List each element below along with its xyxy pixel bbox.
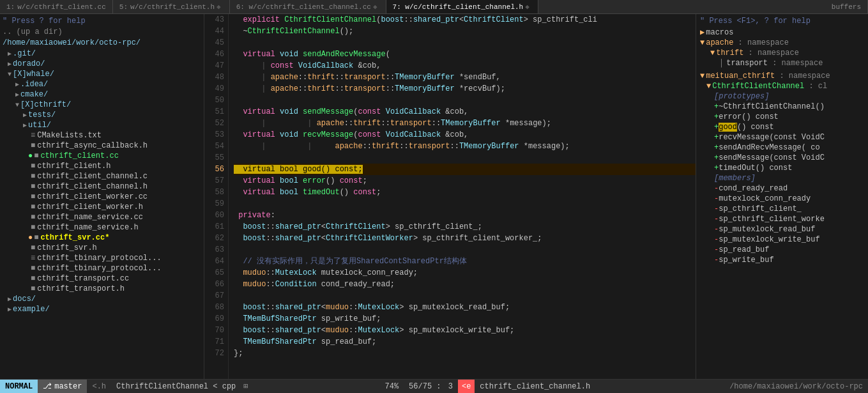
tree-file-cmakelists[interactable]: ≡ CMakeLists.txt	[0, 130, 204, 141]
file-icon-h: ■	[31, 264, 35, 273]
panel-destructor[interactable]: + ~CthriftClientChannel()	[696, 102, 868, 112]
code-line-69: TMemBufSharedPtr sp_write_buf;	[234, 313, 696, 325]
tree-dir-util[interactable]: ▶ util/	[0, 120, 204, 130]
tree-dir-idea[interactable]: ▶ .idea/	[0, 79, 204, 89]
tab-buffers[interactable]: buffers	[825, 0, 868, 13]
tree-file-channel-h[interactable]: ■ cthrift_client_channel.h	[0, 181, 204, 192]
code-line-47: | const VoidCallback &cob,	[234, 60, 696, 72]
active-dot: ●	[28, 151, 33, 160]
code-line-53: virtual void recvMessage(const VoidCallb…	[234, 129, 696, 141]
tree-dir-cmake[interactable]: ▶ cmake/	[0, 89, 204, 100]
tree-file-client-h[interactable]: ■ cthrift_client.h	[0, 161, 204, 171]
tree-file-svr-cc[interactable]: ● ■ cthrift_svr.cc*	[0, 233, 204, 243]
code-line-55	[234, 152, 696, 164]
code-line-70: boost::shared_ptr<muduo::MutexLock> sp_m…	[234, 325, 696, 336]
status-mode: NORMAL	[0, 380, 38, 393]
tab-1[interactable]: 1: w/c/cthrift_client.cc	[0, 0, 113, 13]
panel-transport-ns[interactable]: │ transport : namespace	[696, 58, 868, 68]
panel-timedout-fn[interactable]: + timedOut() const	[696, 163, 868, 173]
tree-dir-cthrift[interactable]: ▼ [X]cthrift/	[0, 100, 204, 110]
main-area: " Press ? for help .. (up a dir) /home/m…	[0, 14, 868, 379]
tree-file-channel-cc[interactable]: ■ cthrift_client_channel.c	[0, 171, 204, 181]
code-line-45	[234, 37, 696, 49]
file-icon-h: ■	[31, 223, 35, 232]
file-icon-c: ■	[31, 172, 35, 181]
tree-root-path: /home/maxiaowei/work/octo-rpc/	[0, 37, 204, 49]
panel-cond-ready[interactable]: - cond_ready_read	[696, 183, 868, 194]
tree-file-nameservice-h[interactable]: ■ cthrift_name_service.h	[0, 222, 204, 233]
tree-dir-git[interactable]: ▶ .git/	[0, 49, 204, 59]
status-position: 56/75 : 3	[404, 382, 458, 391]
code-line-56: virtual bool good() const;	[234, 164, 696, 175]
panel-sp-mutexlock-write[interactable]: - sp_mutexlock_write_buf	[696, 235, 868, 245]
line-numbers: 43 44 45 46 47 48 49 50 51 52 53 54 55 5…	[204, 14, 229, 379]
tab-4[interactable]: 7: w/c/cthrift_client_channel.h ◆	[386, 0, 538, 13]
code-lines: explicit CthriftClientChannel(boost::sha…	[229, 14, 696, 379]
code-line-43: explicit CthriftClientChannel(boost::sha…	[234, 14, 696, 26]
status-branch: ⎇ master	[38, 380, 87, 393]
tree-file-tbinary-h[interactable]: ■ cthrift_tbinary_protocol...	[0, 263, 204, 274]
file-icon-h: ■	[31, 243, 35, 252]
panel-thrift-ns[interactable]: ▼ thrift : namespace	[696, 48, 868, 58]
code-content: 43 44 45 46 47 48 49 50 51 52 53 54 55 5…	[204, 14, 696, 379]
code-line-64: // 没有实际作用，只是为了复用SharedContSharedPtr结构体	[234, 256, 696, 267]
tree-file-transport-h[interactable]: ■ cthrift_transport.h	[0, 284, 204, 294]
tree-file-worker-h[interactable]: ■ cthrift_client_worker.h	[0, 202, 204, 212]
code-line-61: boost::shared_ptr<CthriftClient> sp_cthr…	[234, 221, 696, 233]
tree-file-nameservice-cc[interactable]: ■ cthrift_name_service.cc	[0, 212, 204, 222]
panel-sp-write-buf[interactable]: - sp_write_buf	[696, 255, 868, 265]
tree-dir-tests[interactable]: ▶ tests/	[0, 110, 204, 120]
code-line-68: boost::shared_ptr<muduo::MutexLock> sp_m…	[234, 302, 696, 313]
file-tree[interactable]: " Press ? for help .. (up a dir) /home/m…	[0, 14, 204, 379]
tree-up[interactable]: .. (up a dir)	[0, 27, 204, 37]
tree-file-transport-cc[interactable]: ■ cthrift_transport.cc	[0, 274, 204, 284]
panel-class-channel[interactable]: ▼ CthriftClientChannel : cl	[696, 81, 868, 91]
code-editor[interactable]: 43 44 45 46 47 48 49 50 51 52 53 54 55 5…	[204, 14, 696, 379]
status-filetype: <.h	[87, 382, 111, 391]
code-line-49: | apache::thrift::transport::TMemoryBuff…	[234, 83, 696, 95]
footer-path: /home/maxiaowei/work/octo-rpc	[724, 382, 868, 391]
tree-dir-whale[interactable]: ▼ [X]whale/	[0, 69, 204, 79]
panel-recvmessage-fn[interactable]: + recvMessage(const VoidC	[696, 132, 868, 143]
panel-macros[interactable]: ▶ macros	[696, 27, 868, 38]
file-icon-txt: ≡	[31, 131, 35, 140]
code-line-71: TMemBufSharedPtr sp_read_buf;	[234, 336, 696, 348]
panel-sp-client-worker[interactable]: - sp_cthrift_client_worke	[696, 214, 868, 224]
tab-2[interactable]: 5: w/c/cthrift_client.h ◆	[113, 0, 230, 13]
panel-good-fn[interactable]: + good () const	[696, 122, 868, 132]
code-line-54: | | apache::thrift::transport::TMemoryBu…	[234, 141, 696, 152]
file-icon-c: ■	[31, 192, 35, 201]
code-line-44: ~CthriftClientChannel();	[234, 26, 696, 37]
panel-sp-mutexlock-read[interactable]: - sp_mutexlock_read_buf	[696, 224, 868, 235]
status-indicator: ⊞	[241, 381, 250, 391]
tree-file-worker-cc[interactable]: ■ cthrift_client_worker.cc	[0, 192, 204, 202]
panel-apache-ns[interactable]: ▼ apache : namespace	[696, 38, 868, 48]
panel-sendmessage-fn[interactable]: + sendMessage(const VoidC	[696, 153, 868, 163]
tab-3[interactable]: 6: w/c/cthrift_client_channel.cc ◆	[230, 0, 386, 13]
panel-sendandrecv-fn[interactable]: + sendAndRecvMessage( co	[696, 143, 868, 153]
tree-dir-dorado[interactable]: ▶ dorado/	[0, 59, 204, 69]
tree-file-svr-h[interactable]: ■ cthrift_svr.h	[0, 243, 204, 253]
code-line-50	[234, 95, 696, 106]
panel-sp-client[interactable]: - sp_cthrift_client_	[696, 204, 868, 214]
panel-sp-read-buf[interactable]: - sp_read_buf	[696, 245, 868, 255]
panel-prototypes[interactable]: [prototypes]	[696, 91, 868, 102]
panel-mutexlock-conn[interactable]: - mutexlock_conn_ready	[696, 194, 868, 204]
tree-file-async-cb[interactable]: ■ cthrift_async_callback.h	[0, 141, 204, 151]
status-filename: cthrift_client_channel.h	[475, 382, 595, 391]
tree-file-client-cc[interactable]: ● ■ cthrift_client.cc	[0, 151, 204, 161]
panel-error-fn[interactable]: + error() const	[696, 112, 868, 122]
file-icon-txt: ≡	[31, 254, 35, 263]
file-icon-h: ■	[31, 284, 35, 293]
tree-dir-docs[interactable]: ▶ docs/	[0, 294, 204, 304]
status-class: CthriftClientChannel < cpp	[111, 382, 241, 391]
tree-file-tbinary-cc[interactable]: ≡ cthrift_tbinary_protocol...	[0, 253, 204, 263]
tree-dir-example[interactable]: ▶ example/	[0, 304, 204, 314]
panel-meituan-ns[interactable]: ▼ meituan_cthrift : namespace	[696, 71, 868, 81]
right-panel: " Press <F1>, ? for help ▶ macros ▼ apac…	[696, 14, 868, 379]
file-icon-h: ■	[31, 182, 35, 191]
panel-members[interactable]: [members]	[696, 173, 868, 183]
code-line-51: virtual void sendMessage(const VoidCallb…	[234, 106, 696, 118]
code-line-62: boost::shared_ptr<CthriftClientWorker> s…	[234, 233, 696, 244]
code-line-59	[234, 198, 696, 210]
